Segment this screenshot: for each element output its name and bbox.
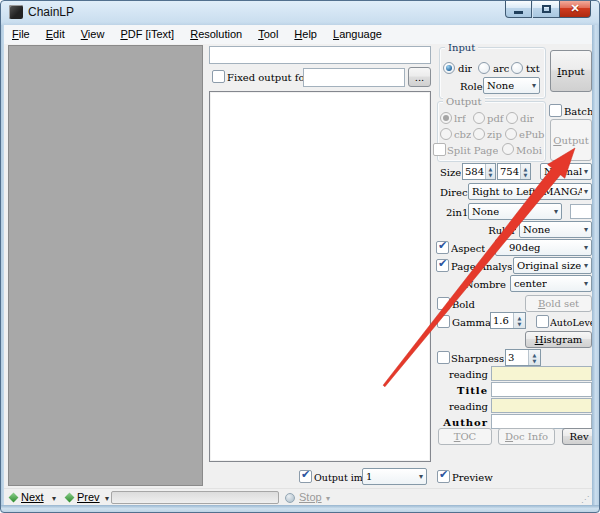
batch-checkbox[interactable]: [549, 104, 562, 117]
file-list-panel[interactable]: [8, 45, 203, 486]
split-page-checkbox[interactable]: [433, 143, 446, 156]
spin-down-icon: ▼: [518, 321, 522, 327]
nombre-select[interactable]: center▾: [510, 275, 592, 292]
two-in-one-select[interactable]: None▾: [468, 203, 562, 220]
stop-button[interactable]: Stop: [299, 491, 322, 503]
radio-epub[interactable]: [505, 128, 517, 140]
size-mode-select[interactable]: Normal▾: [540, 163, 592, 180]
page-analys-select[interactable]: Original size▾: [513, 257, 592, 274]
spinner-arrows[interactable]: ▲▼: [520, 164, 530, 179]
radio-dir-out-label: dir: [520, 113, 534, 124]
browse-button[interactable]: ...: [408, 67, 431, 87]
spinner-arrows[interactable]: ▲▼: [485, 164, 495, 179]
radio-arc-label: arc: [493, 63, 509, 74]
input-button[interactable]: Input: [550, 50, 592, 92]
resize-grip[interactable]: ⋰: [581, 495, 590, 504]
chevron-down-icon: ▾: [417, 472, 423, 481]
radio-cbz[interactable]: [440, 128, 452, 140]
path-field[interactable]: [209, 46, 431, 64]
chevron-down-icon: ▾: [582, 187, 588, 196]
page-analys-checkbox[interactable]: ✔: [436, 259, 449, 272]
toc-button[interactable]: TOC: [438, 428, 492, 445]
check-icon: ✔: [301, 468, 310, 481]
menu-pdf-itext[interactable]: PDF [iText]: [112, 25, 182, 44]
radio-pdf[interactable]: [473, 112, 485, 124]
menu-edit[interactable]: Edit: [38, 25, 73, 44]
aspect-select[interactable]: 90deg▾: [495, 239, 592, 256]
prev-dropdown-icon[interactable]: ▾: [105, 494, 109, 503]
chevron-down-icon: ▾: [582, 167, 588, 176]
prev-button[interactable]: Prev: [77, 491, 100, 503]
next-dropdown-icon[interactable]: ▾: [52, 494, 56, 503]
autolevel-checkbox[interactable]: [536, 315, 549, 328]
menu-view[interactable]: View: [73, 25, 113, 44]
close-icon: ✕: [570, 2, 579, 15]
radio-zip[interactable]: [473, 128, 485, 140]
two-in-one-extra-field[interactable]: [570, 204, 592, 219]
preview-panel[interactable]: [209, 91, 431, 462]
bold-checkbox[interactable]: [437, 297, 450, 310]
ruler-select[interactable]: None▾: [519, 221, 592, 238]
next-button[interactable]: Next: [21, 491, 44, 503]
sharpness-stepper[interactable]: 3 ▲▼: [505, 349, 541, 366]
output-imag-select[interactable]: 1▾: [362, 468, 427, 485]
chevron-down-icon: ▾: [552, 207, 558, 216]
sharpness-label: Sharpness: [451, 353, 504, 364]
output-group-title: Output: [443, 96, 485, 107]
output-imag-checkbox[interactable]: ✔: [299, 470, 312, 483]
gamma-stepper[interactable]: 1.6 ▲▼: [490, 312, 526, 329]
minimize-button[interactable]: [505, 0, 532, 18]
radio-zip-label: zip: [487, 129, 502, 140]
output-button[interactable]: Output: [550, 119, 592, 161]
preview-checkbox[interactable]: ✔: [437, 470, 450, 483]
stop-dropdown-icon[interactable]: ▾: [326, 494, 330, 503]
menu-help[interactable]: Help: [286, 25, 325, 44]
sharpness-checkbox[interactable]: [437, 351, 450, 364]
size-height-stepper[interactable]: 754 ▲▼: [497, 163, 531, 180]
preview-label: Preview: [452, 472, 493, 483]
radio-lrf-label: lrf: [454, 113, 466, 124]
radio-mobi[interactable]: [502, 143, 514, 155]
menu-resolution[interactable]: Resolution: [182, 25, 250, 44]
chevron-down-icon: ▾: [582, 261, 588, 270]
spinner-arrows[interactable]: ▲▼: [528, 350, 540, 365]
author-input[interactable]: [491, 414, 592, 429]
doc-info-button[interactable]: Doc Info: [498, 428, 555, 445]
reading-author-label: reading: [440, 401, 488, 412]
radio-epub-label: ePub: [519, 129, 545, 140]
reading-author-input[interactable]: [491, 398, 592, 413]
menu-tool[interactable]: Tool: [250, 25, 286, 44]
direc-label: Direc: [440, 187, 468, 198]
spin-down-icon: ▼: [489, 172, 493, 178]
next-icon: [9, 493, 19, 503]
histgram-button[interactable]: Histgram: [525, 331, 592, 348]
radio-txt[interactable]: [511, 62, 523, 74]
role-select[interactable]: None▾: [483, 77, 540, 94]
radio-arc[interactable]: [478, 62, 490, 74]
radio-lrf[interactable]: [440, 112, 452, 124]
menu-bar: File Edit View PDF [iText] Resolution To…: [4, 25, 592, 44]
gamma-checkbox[interactable]: [437, 315, 450, 328]
check-icon: ✔: [438, 239, 447, 252]
fixed-output-folder-input[interactable]: [303, 68, 405, 87]
title-input[interactable]: [491, 382, 592, 397]
menu-language[interactable]: Language: [325, 25, 390, 44]
radio-pdf-label: pdf: [487, 113, 504, 124]
radio-dir-out[interactable]: [506, 112, 518, 124]
reading-title-input[interactable]: [491, 366, 592, 381]
close-button[interactable]: ✕: [559, 0, 591, 18]
window-frame-bottom: [0, 505, 600, 513]
radio-dir[interactable]: [443, 62, 455, 74]
menu-file[interactable]: File: [4, 25, 38, 44]
aspect-checkbox[interactable]: ✔: [436, 241, 449, 254]
bold-set-button[interactable]: Bold set: [525, 295, 592, 312]
fixed-output-folder-label: Fixed output folder: [227, 72, 303, 83]
spinner-arrows[interactable]: ▲▼: [513, 313, 525, 328]
page-analys-label: Page Analys: [451, 261, 512, 272]
minimize-icon: [514, 11, 523, 14]
fixed-output-folder-checkbox[interactable]: [212, 70, 225, 83]
maximize-button[interactable]: [533, 0, 559, 18]
rev-button[interactable]: Rev: [562, 428, 596, 445]
size-width-stepper[interactable]: 584 ▲▼: [462, 163, 496, 180]
direc-select[interactable]: Right to Left (MANGA)▾: [468, 183, 592, 200]
